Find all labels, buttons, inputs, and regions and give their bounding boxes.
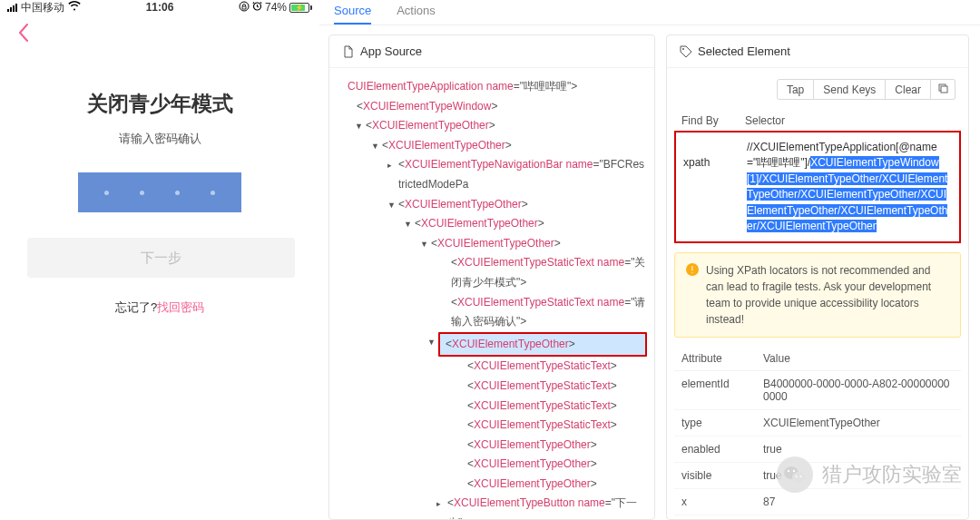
clock: 11:06 xyxy=(146,1,174,14)
document-icon xyxy=(342,45,355,58)
selector-table: xpath //XCUIElementTypeApplication[@name… xyxy=(674,131,961,243)
battery-pct: 74% xyxy=(265,1,287,14)
alarm-icon xyxy=(252,1,262,14)
clear-button[interactable]: Clear xyxy=(886,79,931,100)
xpath-warning: ! Using XPath locators is not recommende… xyxy=(674,252,961,338)
forgot-link[interactable]: 找回密码 xyxy=(157,300,204,314)
password-input[interactable] xyxy=(78,172,241,212)
table-row: enabledtrue xyxy=(674,437,961,463)
xpath-value[interactable]: //XCUIElementTypeApplication[@name="哔哩哔哩… xyxy=(747,140,952,234)
wifi-icon xyxy=(68,1,81,14)
element-actions: Tap Send Keys Clear xyxy=(667,68,968,109)
forgot-row: 忘记了?找回密码 xyxy=(27,299,292,316)
table-row: x87 xyxy=(674,489,961,515)
tabs: Source Actions xyxy=(319,0,980,25)
tag-icon xyxy=(680,45,692,58)
source-tree[interactable]: CUIElementTypeApplication name="哔哩哔哩"> <… xyxy=(329,68,654,519)
xpath-label: xpath xyxy=(683,140,747,169)
findby-header: Find By xyxy=(681,114,745,127)
status-bar: 中国移动 11:06 74% ⚡ xyxy=(0,0,319,15)
tab-actions[interactable]: Actions xyxy=(397,4,436,25)
tree-selected-row: ▼<XCUIElementTypeOther> xyxy=(333,332,647,358)
device-preview: 中国移动 11:06 74% ⚡ xyxy=(0,0,319,520)
svg-rect-4 xyxy=(941,86,947,93)
table-row: typeXCUIElementTypeOther xyxy=(674,410,961,437)
svg-point-2 xyxy=(682,48,684,50)
source-panel: App Source CUIElementTypeApplication nam… xyxy=(328,34,655,520)
page-subtitle: 请输入密码确认 xyxy=(27,131,292,147)
copy-button[interactable] xyxy=(931,79,956,100)
tap-button[interactable]: Tap xyxy=(777,79,814,100)
source-panel-title: App Source xyxy=(360,44,422,58)
inspector: Source Actions App Source CUIElementType… xyxy=(319,0,980,520)
signal-icon xyxy=(7,4,17,12)
copy-icon xyxy=(937,83,948,93)
page-title: 关闭青少年模式 xyxy=(27,90,292,118)
sendkeys-button[interactable]: Send Keys xyxy=(814,79,886,100)
table-row: visibletrue xyxy=(674,463,961,489)
table-row: elementIdB4000000-0000-0000-A802-0000000… xyxy=(674,371,961,410)
warning-icon: ! xyxy=(686,263,699,276)
tab-source[interactable]: Source xyxy=(334,4,371,25)
selected-panel-title: Selected Element xyxy=(698,44,790,58)
portrait-lock-icon xyxy=(239,1,250,15)
next-button[interactable]: 下一步 xyxy=(27,238,295,278)
selected-element-panel: Selected Element Tap Send Keys Clear Fin… xyxy=(666,34,969,520)
back-button[interactable] xyxy=(0,15,319,54)
carrier-label: 中国移动 xyxy=(21,0,64,15)
table-row: y202 xyxy=(674,515,961,520)
battery-icon: ⚡ xyxy=(289,3,312,13)
attribute-table: Attribute Value elementIdB4000000-0000-0… xyxy=(674,347,961,520)
selector-header: Selector xyxy=(745,114,954,127)
